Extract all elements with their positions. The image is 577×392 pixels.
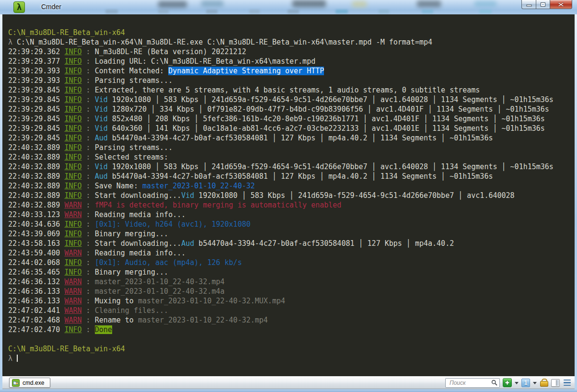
- terminal-line: 22:39:29.845 INFO : Extracted, there are…: [8, 85, 571, 95]
- maximize-button[interactable]: [536, 0, 550, 9]
- terminal-text-segment: 22:39:29.845: [8, 95, 64, 104]
- terminal-text-segment: 22:43:59.400: [8, 249, 64, 257]
- titlebar-glass-reflection: [417, 0, 441, 7]
- terminal-text-segment: INFO: [64, 95, 81, 104]
- terminal-text-segment: Binary merging...: [95, 230, 169, 238]
- active-console-button[interactable]: 1: [521, 379, 530, 387]
- terminal-text-segment: :: [82, 47, 95, 56]
- plus-icon: [505, 380, 510, 385]
- titlebar-glass-reflection: [292, 0, 326, 7]
- terminal-line: 22:43:39.069 INFO : Binary merging...: [8, 229, 571, 239]
- terminal-line: 22:43:58.163 INFO : Start downloading...…: [8, 239, 571, 248]
- terminal-text-segment: 1920x1080 │ 583 Kbps │ 241d659a-f529-465…: [108, 95, 554, 104]
- new-console-dropdown-icon[interactable]: [515, 382, 519, 386]
- lock-icon[interactable]: [540, 379, 548, 387]
- menu-icon[interactable]: [564, 380, 571, 386]
- terminal-text-segment: 22:39:29.362: [8, 47, 64, 56]
- tab-cmd-exe[interactable]: cmd.exe: [9, 378, 50, 388]
- window-right-border: [575, 14, 577, 389]
- terminal-text-segment: INFO: [64, 172, 81, 181]
- terminal-text-segment: :: [82, 95, 95, 104]
- terminal-text-segment: Aud: [181, 239, 194, 248]
- titlebar[interactable]: λ Cmder: [0, 0, 577, 14]
- search-box: [445, 378, 500, 388]
- terminal-line: 22:47:02.468 WARN : Rename to master_202…: [8, 315, 571, 325]
- terminal-text-segment: Parsing streams...: [95, 76, 173, 85]
- terminal-text-segment: 22:46:36.133: [8, 297, 64, 305]
- close-button[interactable]: [550, 0, 572, 9]
- search-icon[interactable]: [491, 380, 497, 386]
- terminal-text-segment: Start downloading...: [95, 191, 182, 200]
- terminal-line: 22:40:32.889 WARN : fMP4 is detected, bi…: [8, 200, 571, 210]
- terminal-text-segment: N_m3u8DL-RE (Beta version) 20221212: [95, 47, 246, 56]
- terminal-text-segment: master_2023-01-10_22-40-32.MUX.mp4: [138, 297, 285, 305]
- terminal-text-segment: 22:39:29.845: [8, 115, 64, 123]
- terminal-text-segment: :: [82, 306, 95, 315]
- terminal-line: 22:40:32.889 INFO : Aud b54470a4-3394-4c…: [8, 172, 571, 181]
- terminal-text-segment: Selected streams:: [95, 153, 169, 161]
- terminal-line: C:\N_m3u8DL-RE_Beta_win-x64: [8, 344, 571, 354]
- terminal-text-segment: master_2023-01-10_22-40-32.m4a: [95, 287, 225, 296]
- terminal-text-segment: C:\N_m3u8DL-RE_Beta_win-x64: [8, 28, 125, 37]
- terminal-line: 22:46:36.133 WARN : Muxing to master_202…: [8, 296, 571, 306]
- terminal-text-segment: INFO: [64, 143, 81, 152]
- terminal-line: 22:44:02.068 INFO : [0x1]: Audio, aac (m…: [8, 258, 571, 267]
- terminal-text-segment: :: [82, 162, 95, 171]
- terminal-text-segment: b54470a4-3394-4c27-b0af-acf530584081 │ 1…: [108, 172, 493, 181]
- terminal-text-segment: 22:39:29.377: [8, 57, 64, 66]
- terminal-text-segment: Cleaning files...: [95, 306, 169, 315]
- terminal-line: 22:46:36.132 WARN : master_2023-01-10_22…: [8, 277, 571, 287]
- terminal-text-segment: :: [82, 258, 95, 267]
- terminal-text-segment: Aud: [95, 134, 108, 142]
- terminal-text-segment: Reading media info...: [95, 210, 186, 219]
- terminal-text-segment: :: [82, 201, 95, 209]
- terminal-text-segment: 22:43:39.069: [8, 230, 64, 238]
- terminal-line: 22:39:29.362 INFO : N_m3u8DL-RE (Beta ve…: [8, 47, 571, 57]
- terminal-text-segment: Extracted, there are 5 streams, with 4 b…: [95, 86, 480, 94]
- terminal-text-segment: :: [82, 249, 95, 257]
- terminal-text-segment: Start downloading...: [95, 239, 182, 248]
- terminal-text-segment: 22:39:29.393: [8, 67, 64, 75]
- terminal-text-segment: :: [82, 86, 95, 94]
- terminal-text-segment: 22:43:58.163: [8, 239, 64, 248]
- terminal-text-segment: :: [82, 230, 95, 238]
- terminal-text-segment: INFO: [64, 268, 81, 277]
- titlebar-glass-reflection: [352, 1, 367, 7]
- terminal-line: 22:40:32.889 INFO : Start downloading...…: [8, 191, 571, 200]
- terminal-line: 22:39:29.393 INFO : Parsing streams...: [8, 76, 571, 85]
- terminal-line: 22:46:36.133 WARN : master_2023-01-10_22…: [8, 287, 571, 296]
- terminal-output[interactable]: C:\N_m3u8DL-RE_Beta_win-x64λ C:\N_m3u8DL…: [2, 14, 575, 376]
- panel-toggle-icon[interactable]: [551, 379, 560, 387]
- terminal-text-segment: :: [82, 268, 95, 277]
- terminal-text-segment: 22:44:02.068: [8, 258, 64, 267]
- terminal-text-segment: b54470a4-3394-4c27-b0af-acf530584081 │ 1…: [108, 134, 493, 142]
- terminal-text-segment: master_2023-01-10_22-40-32.mp4: [95, 277, 225, 286]
- terminal-text-segment: 22:40:32.889: [8, 143, 64, 152]
- tab-label: cmd.exe: [23, 380, 44, 386]
- terminal-text-segment: WARN: [64, 277, 81, 286]
- maximize-icon: [540, 2, 546, 7]
- terminal-text-segment: WARN: [64, 316, 81, 324]
- terminal-text-segment: Done: [95, 325, 112, 334]
- terminal-line: 22:39:29.845 INFO : Vid 1920x1080 │ 583 …: [8, 95, 571, 104]
- cmder-logo-icon: λ: [13, 1, 25, 13]
- minimize-button[interactable]: [521, 0, 536, 9]
- terminal-text-segment: Parsing streams...: [95, 143, 173, 152]
- terminal-text-segment: :: [82, 277, 95, 286]
- terminal-text-segment: :: [82, 153, 95, 161]
- terminal-text-segment: INFO: [64, 153, 81, 161]
- terminal-text-segment: :: [82, 210, 95, 219]
- terminal-text-segment: :: [82, 297, 95, 305]
- new-console-button[interactable]: [503, 378, 512, 387]
- terminal-text-segment: WARN: [64, 210, 81, 219]
- terminal-text-segment: 22:47:02.470: [8, 325, 64, 334]
- terminal-text-segment: 22:46:36.132: [8, 277, 64, 286]
- terminal-text-segment: :: [82, 172, 95, 181]
- search-input[interactable]: [449, 379, 491, 387]
- console-list-dropdown-icon[interactable]: [533, 382, 537, 386]
- terminal-line: 22:40:34.636 INFO : [0x1]: Video, h264 (…: [8, 219, 571, 229]
- terminal-text-segment: WARN: [64, 287, 81, 296]
- terminal-text-segment: Vid: [95, 124, 108, 133]
- terminal-text-segment: :: [82, 124, 95, 133]
- terminal-text-segment: Vid: [95, 115, 108, 123]
